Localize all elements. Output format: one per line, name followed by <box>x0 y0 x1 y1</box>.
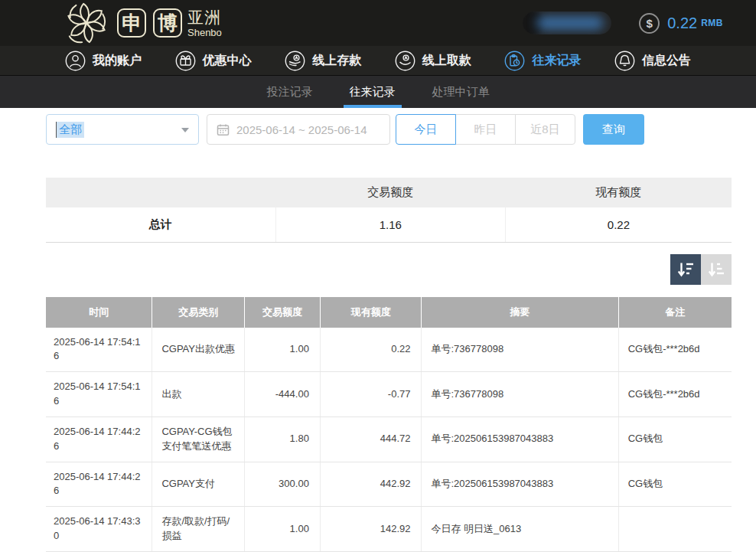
sort-controls <box>46 254 732 285</box>
content-area: 全部 2025-06-14 ~ 2025-06-14 今日昨日近8日 查询 交易… <box>0 114 756 552</box>
nav-item-label: 线上存款 <box>312 53 361 69</box>
table-cell: 1.80 <box>245 416 321 462</box>
nav-item-label: 优惠中心 <box>203 53 252 69</box>
sort-ascending-button[interactable] <box>701 254 732 285</box>
transaction-record-icon <box>504 51 525 71</box>
nav-item-1[interactable]: 我的账户 <box>65 51 142 71</box>
logo-region-text: 亚洲 Shenbo <box>187 9 222 38</box>
quick-date-button-3[interactable]: 近8日 <box>515 114 575 145</box>
sort-descending-icon <box>676 260 695 279</box>
nav-item-6[interactable]: 信息公告 <box>614 51 691 71</box>
table-cell: 单号:736778098 <box>422 372 618 417</box>
transaction-type-select[interactable]: 全部 <box>46 114 199 145</box>
summary-header-current: 现有额度 <box>505 178 732 207</box>
nav-item-label: 信息公告 <box>642 53 691 69</box>
nav-item-label: 往来记录 <box>532 53 581 69</box>
nav-item-3[interactable]: 线上存款 <box>285 51 361 71</box>
summary-total-row: 总计 1.16 0.22 <box>46 207 732 242</box>
chevron-down-icon <box>181 128 189 132</box>
nav-item-2[interactable]: 优惠中心 <box>175 51 252 71</box>
bell-icon <box>614 51 635 71</box>
summary-transaction-amount: 1.16 <box>275 207 505 242</box>
subtab-3[interactable]: 处理中订单 <box>426 76 496 108</box>
quick-date-button-1[interactable]: 今日 <box>396 114 456 145</box>
sort-descending-button[interactable] <box>670 254 701 285</box>
balance-amount: 0.22 <box>667 15 697 32</box>
table-row: 2025-06-14 17:54:16CGPAY出款优惠1.000.22单号:7… <box>46 328 732 372</box>
gift-icon <box>175 51 196 71</box>
table-cell: 单号:202506153987043883 <box>422 462 618 507</box>
nav-item-label: 我的账户 <box>93 53 142 69</box>
subtab-2[interactable]: 往来记录 <box>344 76 402 108</box>
user-icon <box>65 51 86 71</box>
site-logo[interactable]: 申 博 亚洲 Shenbo <box>63 2 222 44</box>
summary-current-amount: 0.22 <box>505 207 732 242</box>
subtab-1[interactable]: 投注记录 <box>261 76 319 108</box>
record-subtabs: 投注记录往来记录处理中订单 <box>0 76 756 108</box>
table-cell: 2025-06-14 17:54:16 <box>46 328 152 372</box>
table-cell: 444.72 <box>320 416 422 462</box>
top-header: 申 博 亚洲 Shenbo $ 0.22 RMB <box>0 0 756 46</box>
table-cell: CGPAY出款优惠 <box>152 328 245 372</box>
col-header-current-amount: 现有额度 <box>320 297 422 328</box>
table-cell: 442.92 <box>320 462 422 507</box>
selected-type-value: 全部 <box>56 122 84 138</box>
logo-char-box: 博 <box>153 8 182 38</box>
table-cell: 2025-06-14 17:44:26 <box>46 462 152 507</box>
dollar-circle-icon: $ <box>639 13 660 34</box>
table-cell: CGPAY-CG钱包支付笔笔送优惠 <box>152 416 245 462</box>
filter-row: 全部 2025-06-14 ~ 2025-06-14 今日昨日近8日 查询 <box>46 114 732 145</box>
col-header-remark: 备注 <box>618 297 732 328</box>
logo-char-box: 申 <box>117 8 146 38</box>
table-cell: 出款 <box>152 372 245 417</box>
logo-region-cn: 亚洲 <box>187 9 222 25</box>
records-table: 时间 交易类别 交易额度 现有额度 摘要 备注 2025-06-14 17:54… <box>46 297 732 552</box>
table-cell: 2025-06-14 17:44:26 <box>46 416 152 462</box>
table-cell: 1.00 <box>245 507 321 552</box>
nav-item-label: 线上取款 <box>422 53 471 69</box>
sort-ascending-icon <box>707 260 725 279</box>
quick-date-button-2[interactable]: 昨日 <box>455 114 516 145</box>
main-nav: 我的账户优惠中心线上存款线上取款往来记录信息公告 <box>0 46 756 76</box>
table-cell: -0.77 <box>320 372 422 417</box>
table-row: 2025-06-14 17:44:26CGPAY支付300.00442.92单号… <box>46 462 732 507</box>
nav-item-5[interactable]: 往来记录 <box>504 51 581 71</box>
flower-logo-icon <box>63 2 110 44</box>
col-header-type: 交易类别 <box>152 297 245 328</box>
summary-total-label: 总计 <box>46 207 275 242</box>
calendar-icon <box>217 123 230 136</box>
balance-currency: RMB <box>701 18 723 28</box>
table-row: 2025-06-14 17:43:30存款/取款/打码/损益1.00142.92… <box>46 507 732 552</box>
nav-item-4[interactable]: 线上取款 <box>395 51 471 71</box>
logo-subtitle: Shenbo <box>187 28 222 38</box>
masked-username[interactable] <box>523 11 611 34</box>
quick-date-buttons: 今日昨日近8日 <box>396 114 575 145</box>
table-cell: -444.00 <box>245 372 321 417</box>
withdraw-hand-coin-icon <box>395 51 415 71</box>
table-cell: CGPAY支付 <box>152 462 245 507</box>
table-cell: CG钱包 <box>618 462 732 507</box>
table-cell: CG钱包 <box>618 416 732 462</box>
col-header-summary: 摘要 <box>422 297 618 328</box>
col-header-transaction-amount: 交易额度 <box>245 297 321 328</box>
table-row: 2025-06-14 17:54:16出款-444.00-0.77单号:7367… <box>46 372 732 417</box>
table-cell: 142.92 <box>320 507 422 552</box>
summary-header-row: 交易额度 现有额度 <box>46 178 732 207</box>
table-cell: 2025-06-14 17:54:16 <box>46 372 152 417</box>
records-header-row: 时间 交易类别 交易额度 现有额度 摘要 备注 <box>46 297 732 328</box>
table-cell: 0.22 <box>320 328 422 372</box>
table-cell: CG钱包-***2b6d <box>618 328 732 372</box>
date-range-picker[interactable]: 2025-06-14 ~ 2025-06-14 <box>207 114 390 145</box>
summary-table: 交易额度 现有额度 总计 1.16 0.22 <box>46 178 732 243</box>
table-cell: 1.00 <box>245 328 321 372</box>
table-cell: CG钱包-***2b6d <box>618 372 732 417</box>
table-cell: 单号:202506153987043883 <box>422 416 618 462</box>
summary-header-empty <box>46 178 275 207</box>
balance-display[interactable]: $ 0.22 RMB <box>639 13 723 34</box>
table-cell: 存款/取款/打码/损益 <box>152 507 245 552</box>
table-cell: 今日存 明日送_0613 <box>422 507 618 552</box>
table-cell: 2025-06-14 17:43:30 <box>46 507 152 552</box>
search-button[interactable]: 查询 <box>583 114 644 145</box>
table-row: 2025-06-14 17:44:26CGPAY-CG钱包支付笔笔送优惠1.80… <box>46 416 732 462</box>
deposit-hand-coin-icon <box>285 51 305 71</box>
